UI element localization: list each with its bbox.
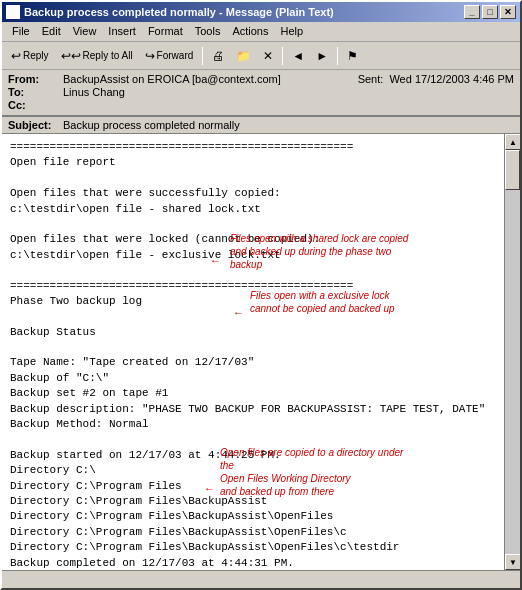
sent-label: Sent: xyxy=(358,73,384,85)
title-bar-left: ✉ Backup process completed normally - Me… xyxy=(6,5,334,19)
body-content[interactable]: ========================================… xyxy=(2,134,504,570)
main-window: ✉ Backup process completed normally - Me… xyxy=(0,0,522,590)
annotation-shared-lock: Files open with a shared lock are copied… xyxy=(230,232,410,271)
subject-label: Subject: xyxy=(8,119,63,131)
flag-button[interactable]: ⚑ xyxy=(342,45,363,67)
arrow-exclusive-lock: ← xyxy=(235,306,242,321)
prev-button[interactable]: ◄ xyxy=(287,45,309,67)
reply-all-icon: ↩↩ xyxy=(61,49,81,63)
menu-file[interactable]: File xyxy=(6,24,36,39)
toolbar-separator-2 xyxy=(282,47,283,65)
maximize-button[interactable]: □ xyxy=(482,5,498,19)
menu-help[interactable]: Help xyxy=(274,24,309,39)
arrow-working-dir: ← xyxy=(206,482,213,497)
title-controls: _ □ ✕ xyxy=(464,5,516,19)
window-title: Backup process completed normally - Mess… xyxy=(24,6,334,18)
reply-label: Reply xyxy=(23,50,49,61)
scroll-track[interactable] xyxy=(505,150,520,554)
menu-actions[interactable]: Actions xyxy=(226,24,274,39)
status-bar xyxy=(2,570,520,588)
vertical-scrollbar[interactable]: ▲ ▼ xyxy=(504,134,520,570)
forward-label: Forward xyxy=(157,50,194,61)
print-button[interactable]: 🖨 xyxy=(207,45,229,67)
minimize-button[interactable]: _ xyxy=(464,5,480,19)
toolbar: ↩ Reply ↩↩ Reply to All ↪ Forward 🖨 📁 ✕ … xyxy=(2,42,520,70)
from-label: From: xyxy=(8,73,63,85)
delete-button[interactable]: ✕ xyxy=(258,45,278,67)
menubar: File Edit View Insert Format Tools Actio… xyxy=(2,22,520,42)
menu-format[interactable]: Format xyxy=(142,24,189,39)
reply-all-label: Reply to All xyxy=(83,50,133,61)
print-icon: 🖨 xyxy=(212,49,224,63)
body-area: ========================================… xyxy=(2,134,520,570)
next-icon: ► xyxy=(316,49,328,63)
toolbar-separator-1 xyxy=(202,47,203,65)
subject-value: Backup process completed normally xyxy=(63,119,514,131)
cc-value xyxy=(63,99,514,111)
move-icon: 📁 xyxy=(236,49,251,63)
scroll-down-button[interactable]: ▼ xyxy=(505,554,520,570)
next-button[interactable]: ► xyxy=(311,45,333,67)
prev-icon: ◄ xyxy=(292,49,304,63)
reply-icon: ↩ xyxy=(11,49,21,63)
reply-all-button[interactable]: ↩↩ Reply to All xyxy=(56,45,138,67)
sent-value: Sent: Wed 17/12/2003 4:46 PM xyxy=(358,73,514,85)
arrow-shared-lock: ← xyxy=(212,254,219,269)
annotation-exclusive-lock: Files open with a exclusive lockcannot b… xyxy=(250,289,415,315)
to-row: To: Linus Chang xyxy=(8,86,514,98)
app-icon: ✉ xyxy=(6,5,20,19)
email-header: From: BackupAssist on EROICA [ba@context… xyxy=(2,70,520,115)
scroll-up-button[interactable]: ▲ xyxy=(505,134,520,150)
menu-tools[interactable]: Tools xyxy=(189,24,227,39)
to-label: To: xyxy=(8,86,63,98)
title-bar: ✉ Backup process completed normally - Me… xyxy=(2,2,520,22)
move-button[interactable]: 📁 xyxy=(231,45,256,67)
reply-button[interactable]: ↩ Reply xyxy=(6,45,54,67)
menu-insert[interactable]: Insert xyxy=(102,24,142,39)
to-value: Linus Chang xyxy=(63,86,514,98)
forward-icon: ↪ xyxy=(145,49,155,63)
cc-label: Cc: xyxy=(8,99,63,111)
from-value: BackupAssist on EROICA [ba@context.com] xyxy=(63,73,358,85)
flag-icon: ⚑ xyxy=(347,49,358,63)
close-button[interactable]: ✕ xyxy=(500,5,516,19)
toolbar-separator-3 xyxy=(337,47,338,65)
annotation-working-dir: Open files are copied to a directory und… xyxy=(220,446,420,498)
cc-row: Cc: xyxy=(8,99,514,111)
subject-row: Subject: Backup process completed normal… xyxy=(2,116,520,133)
menu-edit[interactable]: Edit xyxy=(36,24,67,39)
scroll-thumb[interactable] xyxy=(505,150,520,190)
menu-view[interactable]: View xyxy=(67,24,103,39)
body-text: ========================================… xyxy=(10,140,496,570)
forward-button[interactable]: ↪ Forward xyxy=(140,45,199,67)
delete-icon: ✕ xyxy=(263,49,273,63)
sent-date: Wed 17/12/2003 4:46 PM xyxy=(389,73,514,85)
from-row: From: BackupAssist on EROICA [ba@context… xyxy=(8,73,514,85)
